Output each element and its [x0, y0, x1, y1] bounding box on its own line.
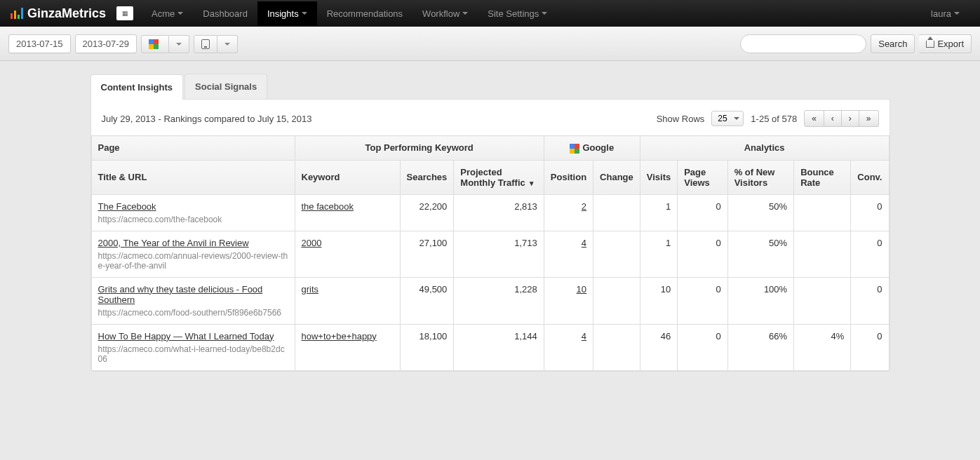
pager-prev-button[interactable]: ‹ [824, 110, 842, 127]
cell-traffic: 1,144 [454, 324, 544, 370]
table-header-row: Title & URL Keyword Searches Projected M… [91, 160, 889, 194]
cell-position: 2 [544, 194, 593, 231]
cell-change [593, 231, 640, 277]
main-container: Content InsightsSocial Signals July 29, … [80, 74, 901, 372]
summary-text: July 29, 2013 - Rankings compared to Jul… [102, 114, 312, 124]
col-change[interactable]: Change [593, 160, 640, 194]
cell-position: 4 [544, 231, 593, 277]
col-page-views[interactable]: Page Views [678, 160, 727, 194]
table-row: 2000, The Year of the Anvil in Reviewhtt… [91, 231, 889, 277]
account-selector[interactable]: Acme [142, 1, 193, 26]
col-conv[interactable]: Conv. [851, 160, 889, 194]
page-title-link[interactable]: Grits and why they taste delicious - Foo… [98, 284, 263, 305]
nav-item-recommendations[interactable]: Recommendations [317, 1, 412, 26]
caret-down-icon [176, 43, 182, 46]
brand-badge-icon[interactable]: ▦ [116, 6, 133, 20]
cell-conv: 0 [851, 231, 889, 277]
pager-first-button[interactable]: « [804, 110, 824, 127]
tab-content-insights[interactable]: Content Insights [90, 74, 184, 100]
date-start-input[interactable]: 2013-07-15 [8, 34, 71, 53]
cell-title-url: The Facebookhttps://acmeco.com/the-faceb… [91, 194, 295, 231]
col-position[interactable]: Position [544, 160, 593, 194]
position-link[interactable]: 10 [577, 284, 586, 295]
page-url: https://acmeco.com/what-i-learned-today/… [98, 344, 288, 364]
keyword-link[interactable]: the facebook [302, 201, 354, 212]
pager-next-button[interactable]: › [842, 110, 859, 127]
page-url: https://acmeco.com/annual-reviews/2000-r… [98, 251, 288, 271]
cell-searches: 49,500 [400, 277, 454, 324]
cell-title-url: Grits and why they taste delicious - Foo… [91, 277, 295, 324]
logo-text: GinzaMetrics [27, 6, 106, 21]
cell-change [593, 324, 640, 370]
cell-bounce [794, 231, 851, 277]
search-input[interactable] [740, 34, 866, 53]
caret-down-icon [177, 12, 183, 15]
cell-keyword: how+to+be+happy [295, 324, 400, 370]
nav-item-dashboard[interactable]: Dashboard [193, 1, 257, 26]
search-engine-button[interactable] [141, 35, 169, 53]
cell-new-visitors: 50% [727, 194, 793, 231]
page-title-link[interactable]: The Facebook [98, 201, 156, 212]
cell-new-visitors: 66% [727, 324, 793, 370]
col-keyword[interactable]: Keyword [295, 160, 400, 194]
cell-visits: 1 [640, 231, 677, 277]
col-group-page[interactable]: Page [91, 136, 295, 161]
date-end-input[interactable]: 2013-07-29 [75, 34, 137, 53]
position-link[interactable]: 2 [582, 201, 586, 212]
search-button[interactable]: Search [871, 34, 915, 53]
position-link[interactable]: 4 [582, 238, 586, 248]
keyword-link[interactable]: 2000 [302, 238, 322, 248]
col-group-google[interactable]: Google [544, 136, 640, 161]
col-new-visitors[interactable]: % of New Visitors [727, 160, 793, 194]
pager-last-button[interactable]: » [859, 110, 879, 127]
navbar: GinzaMetrics ▦ Acme DashboardInsights Re… [0, 0, 980, 27]
panel: July 29, 2013 - Rankings compared to Jul… [90, 100, 890, 372]
logo-bars-icon [11, 8, 23, 19]
nav-item-workflow[interactable]: Workflow [412, 1, 478, 26]
col-group-analytics[interactable]: Analytics [640, 136, 889, 161]
table-group-header-row: Page Top Performing Keyword Google Analy… [91, 136, 889, 161]
col-group-keyword[interactable]: Top Performing Keyword [295, 136, 544, 161]
device-selector [194, 35, 238, 53]
col-bounce[interactable]: Bounce Rate [794, 160, 851, 194]
nav-item-insights[interactable]: Insights [257, 1, 317, 26]
col-title-url[interactable]: Title & URL [91, 160, 295, 194]
table-row: How To Be Happy — What I Learned Todayht… [91, 324, 889, 370]
user-menu[interactable]: laura [921, 1, 969, 26]
cell-visits: 46 [640, 324, 677, 370]
tabs: Content InsightsSocial Signals [90, 74, 890, 100]
cell-bounce [794, 194, 851, 231]
table-controls: Show Rows 25 1-25 of 578 « ‹ › » [657, 110, 879, 127]
device-dropdown[interactable] [217, 35, 238, 53]
data-table: Page Top Performing Keyword Google Analy… [91, 135, 890, 371]
page-url: https://acmeco.com/the-facebook [98, 215, 288, 224]
cell-title-url: How To Be Happy — What I Learned Todayht… [91, 324, 295, 370]
cell-page-views: 0 [678, 277, 727, 324]
col-traffic[interactable]: Projected Monthly Traffic▼ [454, 160, 544, 194]
table-row: The Facebookhttps://acmeco.com/the-faceb… [91, 194, 889, 231]
col-visits[interactable]: Visits [640, 160, 677, 194]
page-title-link[interactable]: How To Be Happy — What I Learned Today [98, 331, 274, 341]
logo[interactable]: GinzaMetrics [11, 6, 106, 21]
position-link[interactable]: 4 [582, 331, 586, 341]
cell-traffic: 2,813 [454, 194, 544, 231]
cell-bounce: 4% [794, 324, 851, 370]
rows-select[interactable]: 25 [711, 111, 744, 126]
nav-item-site-settings[interactable]: Site Settings [478, 1, 557, 26]
cell-keyword: the facebook [295, 194, 400, 231]
cell-position: 10 [544, 277, 593, 324]
keyword-link[interactable]: how+to+be+happy [302, 331, 377, 341]
keyword-link[interactable]: grits [302, 284, 319, 295]
cell-conv: 0 [851, 194, 889, 231]
caret-down-icon [542, 12, 547, 15]
caret-down-icon [224, 43, 230, 46]
export-button[interactable]: Export [919, 34, 972, 53]
search-engine-dropdown[interactable] [169, 35, 189, 53]
device-button[interactable] [194, 35, 217, 53]
tab-social-signals[interactable]: Social Signals [184, 74, 267, 99]
col-searches[interactable]: Searches [400, 160, 454, 194]
page-title-link[interactable]: 2000, The Year of the Anvil in Review [98, 238, 249, 248]
cell-change [593, 277, 640, 324]
table-row: Grits and why they taste delicious - Foo… [91, 277, 889, 324]
google-icon [149, 39, 159, 49]
